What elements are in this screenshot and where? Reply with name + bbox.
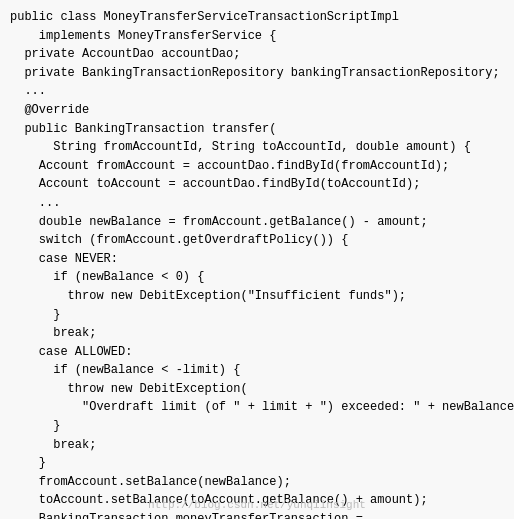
watermark: http://blog.csdn.net/yunqiinsight	[148, 499, 366, 511]
code-container: public class MoneyTransferServiceTransac…	[0, 0, 514, 519]
code-block: public class MoneyTransferServiceTransac…	[10, 8, 504, 519]
